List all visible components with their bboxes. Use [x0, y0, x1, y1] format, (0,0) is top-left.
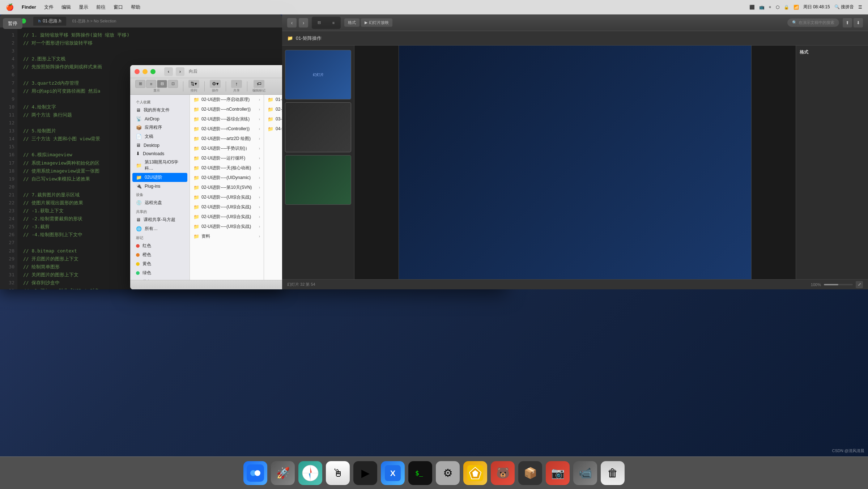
prev-slide-btn[interactable]: ⬆ [843, 18, 852, 27]
view-icon-btn[interactable]: ⊞ [135, 80, 145, 88]
fullscreen-btn[interactable]: ⤢ [856, 281, 863, 288]
zoom-slider[interactable] [824, 284, 853, 285]
sidebar-item-label: 第13期黑马iOS学科… [145, 159, 184, 171]
view-gallery-btn[interactable]: ⊡ [168, 80, 178, 88]
dock-item-launchpad[interactable]: 🚀 [271, 461, 295, 485]
dock-item-app1[interactable]: 📦 [518, 461, 542, 485]
sidebar-tag-red[interactable]: 红色 [130, 241, 190, 250]
preview-forward-btn[interactable]: › [299, 18, 308, 27]
dock-item-settings[interactable]: ⚙ [436, 461, 460, 485]
mode-list-btn[interactable]: ≡ [327, 18, 340, 28]
tag-button[interactable]: 🏷 [254, 80, 264, 88]
dock-item-finder[interactable] [243, 461, 267, 485]
control-center-icon[interactable]: ☰ [858, 5, 862, 10]
dock-item-bear[interactable]: 🐻 [491, 461, 515, 485]
airdrop-icon: 📡 [136, 116, 142, 122]
slide-thumbnail-3[interactable] [282, 154, 354, 206]
sidebar-item-all-files[interactable]: 🖥 我的所有文件 [130, 106, 190, 115]
back-button[interactable]: ‹ [164, 67, 173, 76]
finder-minimize-btn[interactable] [142, 69, 148, 74]
file-item[interactable]: 📁 02-UI进阶----nController)) › [190, 105, 264, 114]
slideshow-btn[interactable]: ▶ 幻灯片放映 [361, 18, 392, 27]
share-button[interactable]: ↑ [231, 80, 242, 88]
dock-item-mouse[interactable]: 🖱 [326, 461, 350, 485]
sidebar-tag-orange[interactable]: 橙色 [130, 250, 190, 259]
search-menu-item[interactable]: 🔍 搜拼音 [834, 4, 854, 10]
sidebar-tag-green[interactable]: 绿色 [130, 268, 190, 277]
file-item[interactable]: 📁 02-UI进阶----artz2D 绘图) › [190, 134, 264, 144]
menubar-app-name[interactable]: Finder [22, 4, 36, 10]
sidebar-item-documents[interactable]: 📄 文稿 [130, 132, 190, 141]
finder-fullscreen-btn[interactable] [150, 69, 156, 74]
file-item[interactable]: 📁 02-UI进阶----(UIDynamic) › [190, 173, 264, 183]
dock-item-trash[interactable]: 🗑 [601, 461, 625, 485]
chevron-icon: › [259, 137, 260, 141]
menubar-file[interactable]: 文件 [44, 4, 54, 10]
mode-icon-btn[interactable]: ⊟ [313, 18, 325, 28]
clock: 周日 08:48:15 [803, 4, 830, 10]
sidebar-item-all-shared[interactable]: 🌐 所有… [130, 224, 190, 233]
wifi-icon: 📶 [793, 5, 799, 10]
sidebar-item-desktop[interactable]: 🖥 Desktop [130, 141, 190, 149]
folder-icon: 📁 [287, 35, 293, 41]
folder-icon: 📁 [193, 165, 199, 171]
file-item[interactable]: 📁 02-UI进阶----天(核心动画) › [190, 163, 264, 173]
sidebar-item-airdrop[interactable]: 📡 AirDrop [130, 115, 190, 123]
chevron-icon: › [259, 98, 260, 102]
dock-item-xcode[interactable]: X [381, 461, 405, 485]
file-item[interactable]: 📁 02-UI进阶----(UI综合实战) › [190, 202, 264, 212]
dock-item-terminal[interactable]: $_ [408, 461, 432, 485]
sidebar-tag-blue[interactable]: 蓝色 [130, 277, 190, 280]
apple-menu[interactable]: 🍎 [6, 3, 14, 11]
favorites-title: 个人收藏 [130, 98, 190, 106]
file-item[interactable]: 📁 02-UI进阶----(UI综合实战) › [190, 222, 264, 231]
sidebar-item-plugins[interactable]: 🔌 Plug-ins [130, 182, 190, 190]
menubar-view[interactable]: 显示 [79, 4, 88, 10]
view-column-btn[interactable]: ⊟ [157, 80, 167, 88]
file-item[interactable]: 📁 02-UI进阶----器综合演练) › [190, 114, 264, 124]
folder-icon: 📁 [268, 97, 273, 102]
file-name: 资料 [201, 233, 210, 239]
file-item[interactable]: 📁 02-UI进阶----(UI综合实战) › [190, 192, 264, 202]
sidebar-item-blackhorse[interactable]: 📁 第13期黑马iOS学科… [130, 158, 190, 173]
file-item[interactable]: 📁 02-UI进阶----运行循环) › [190, 153, 264, 163]
sidebar-item-downloads[interactable]: ⬇ Downloads [130, 149, 190, 158]
sidebar-item-02ui[interactable]: 📁 02UI进阶 [132, 173, 187, 182]
preview-back-btn[interactable]: ‹ [287, 18, 297, 27]
sidebar-item-shared-mac[interactable]: 🖥 课程共享-马方超 [130, 215, 190, 224]
finder-close-btn[interactable] [135, 69, 140, 74]
slide-thumbnail-2[interactable] [282, 101, 354, 153]
view-list-btn[interactable]: ≡ [146, 80, 156, 88]
file-item[interactable]: 📁 02-UI进阶----第10天(SVN) › [190, 183, 264, 192]
file-item[interactable]: 📁 02-UI进阶----(UI综合实战) › [190, 212, 264, 222]
file-name: 02-UI进阶----第10天(SVN) [201, 184, 252, 191]
stop-button[interactable]: 暂停 [3, 18, 22, 29]
sidebar-tag-yellow[interactable]: 黄色 [130, 259, 190, 268]
finder-nav: ‹ › 向后 [164, 67, 197, 76]
dock-item-photobooth[interactable]: 📷 [546, 461, 570, 485]
menubar-window[interactable]: 窗口 [114, 4, 123, 10]
preview-body: 幻灯片 格式 [282, 46, 868, 279]
menubar-edit[interactable]: 编辑 [61, 4, 71, 10]
next-slide-btn[interactable]: ⬇ [854, 18, 863, 27]
dock-item-safari[interactable] [298, 461, 322, 485]
dock-item-video[interactable]: 📹 [573, 461, 597, 485]
slide-thumbnail-1[interactable]: 幻灯片 [282, 48, 354, 101]
editor-tab[interactable]: h 01-思路.h [33, 17, 66, 26]
preview-search-bar[interactable]: 🔍 在演示文稿中的搜索 [787, 18, 839, 27]
format-btn[interactable]: 格式 [344, 18, 359, 27]
dock-item-quicktime[interactable]: ▶ [353, 461, 377, 485]
file-item[interactable]: 📁 02-UI进阶----rController)) › [190, 124, 264, 134]
dock-item-sketch[interactable] [463, 461, 487, 485]
file-item[interactable]: 📁 02-UI进阶----手势识别)） › [190, 144, 264, 153]
forward-button[interactable]: › [176, 67, 184, 76]
sidebar-item-apps[interactable]: 📦 应用程序 [130, 123, 190, 132]
file-item[interactable]: 📁 02-UI进阶----序启动原理) › [190, 95, 264, 105]
file-item[interactable]: 📁 资料 › [190, 231, 264, 241]
sidebar-item-remote-disc[interactable]: 💿 远程光盘 [130, 198, 190, 207]
menubar-help[interactable]: 帮助 [131, 4, 140, 10]
folder-icon: 📁 [268, 116, 273, 122]
sort-button[interactable]: ⇅▾ [188, 80, 199, 88]
menubar-go[interactable]: 前往 [96, 4, 106, 10]
action-button[interactable]: ⚙▾ [210, 80, 221, 88]
